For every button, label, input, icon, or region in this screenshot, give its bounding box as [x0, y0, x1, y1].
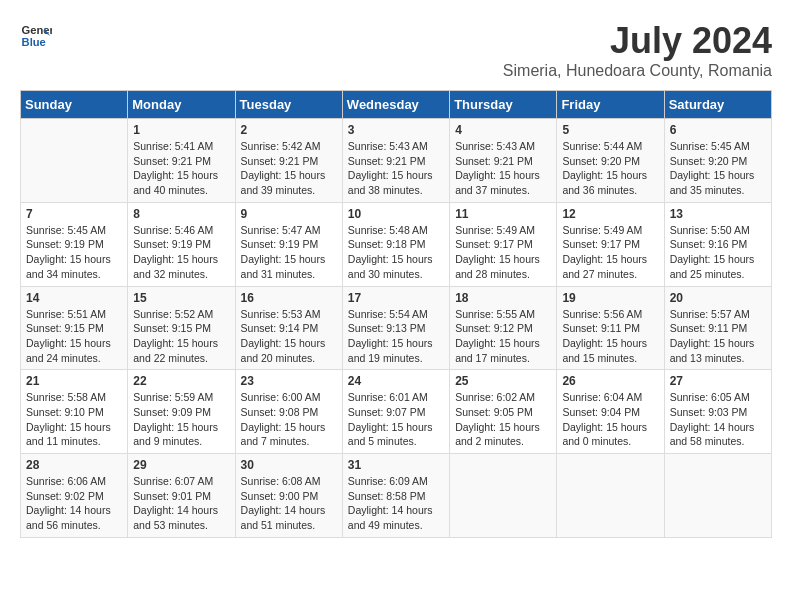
calendar-cell: 23Sunrise: 6:00 AM Sunset: 9:08 PM Dayli…	[235, 370, 342, 454]
calendar-cell: 14Sunrise: 5:51 AM Sunset: 9:15 PM Dayli…	[21, 286, 128, 370]
day-info: Sunrise: 5:49 AM Sunset: 9:17 PM Dayligh…	[562, 223, 658, 282]
day-number: 20	[670, 291, 766, 305]
page-title: July 2024	[503, 20, 772, 62]
calendar-cell	[664, 454, 771, 538]
day-info: Sunrise: 6:00 AM Sunset: 9:08 PM Dayligh…	[241, 390, 337, 449]
calendar-cell: 5Sunrise: 5:44 AM Sunset: 9:20 PM Daylig…	[557, 119, 664, 203]
day-info: Sunrise: 6:07 AM Sunset: 9:01 PM Dayligh…	[133, 474, 229, 533]
day-number: 15	[133, 291, 229, 305]
weekday-header: Wednesday	[342, 91, 449, 119]
day-number: 4	[455, 123, 551, 137]
day-info: Sunrise: 6:09 AM Sunset: 8:58 PM Dayligh…	[348, 474, 444, 533]
day-number: 9	[241, 207, 337, 221]
calendar-cell: 29Sunrise: 6:07 AM Sunset: 9:01 PM Dayli…	[128, 454, 235, 538]
day-number: 19	[562, 291, 658, 305]
calendar-cell: 27Sunrise: 6:05 AM Sunset: 9:03 PM Dayli…	[664, 370, 771, 454]
calendar-cell: 7Sunrise: 5:45 AM Sunset: 9:19 PM Daylig…	[21, 202, 128, 286]
calendar-cell	[557, 454, 664, 538]
calendar-cell	[450, 454, 557, 538]
calendar-cell: 9Sunrise: 5:47 AM Sunset: 9:19 PM Daylig…	[235, 202, 342, 286]
day-info: Sunrise: 5:50 AM Sunset: 9:16 PM Dayligh…	[670, 223, 766, 282]
day-info: Sunrise: 6:06 AM Sunset: 9:02 PM Dayligh…	[26, 474, 122, 533]
day-info: Sunrise: 5:51 AM Sunset: 9:15 PM Dayligh…	[26, 307, 122, 366]
calendar-cell: 21Sunrise: 5:58 AM Sunset: 9:10 PM Dayli…	[21, 370, 128, 454]
day-number: 22	[133, 374, 229, 388]
calendar-cell: 15Sunrise: 5:52 AM Sunset: 9:15 PM Dayli…	[128, 286, 235, 370]
title-block: July 2024 Simeria, Hunedoara County, Rom…	[503, 20, 772, 80]
calendar-week-row: 7Sunrise: 5:45 AM Sunset: 9:19 PM Daylig…	[21, 202, 772, 286]
calendar-cell: 17Sunrise: 5:54 AM Sunset: 9:13 PM Dayli…	[342, 286, 449, 370]
day-info: Sunrise: 5:46 AM Sunset: 9:19 PM Dayligh…	[133, 223, 229, 282]
day-number: 23	[241, 374, 337, 388]
day-info: Sunrise: 6:04 AM Sunset: 9:04 PM Dayligh…	[562, 390, 658, 449]
day-number: 10	[348, 207, 444, 221]
day-number: 28	[26, 458, 122, 472]
day-number: 6	[670, 123, 766, 137]
day-info: Sunrise: 5:54 AM Sunset: 9:13 PM Dayligh…	[348, 307, 444, 366]
calendar-header-row: SundayMondayTuesdayWednesdayThursdayFrid…	[21, 91, 772, 119]
day-info: Sunrise: 5:41 AM Sunset: 9:21 PM Dayligh…	[133, 139, 229, 198]
day-info: Sunrise: 6:05 AM Sunset: 9:03 PM Dayligh…	[670, 390, 766, 449]
calendar-cell: 18Sunrise: 5:55 AM Sunset: 9:12 PM Dayli…	[450, 286, 557, 370]
day-number: 17	[348, 291, 444, 305]
calendar-cell: 1Sunrise: 5:41 AM Sunset: 9:21 PM Daylig…	[128, 119, 235, 203]
day-number: 1	[133, 123, 229, 137]
day-number: 18	[455, 291, 551, 305]
day-number: 12	[562, 207, 658, 221]
day-number: 26	[562, 374, 658, 388]
day-number: 31	[348, 458, 444, 472]
calendar-cell: 31Sunrise: 6:09 AM Sunset: 8:58 PM Dayli…	[342, 454, 449, 538]
calendar-cell: 13Sunrise: 5:50 AM Sunset: 9:16 PM Dayli…	[664, 202, 771, 286]
day-number: 29	[133, 458, 229, 472]
day-number: 2	[241, 123, 337, 137]
day-info: Sunrise: 5:59 AM Sunset: 9:09 PM Dayligh…	[133, 390, 229, 449]
page-header: General Blue July 2024 Simeria, Hunedoar…	[20, 20, 772, 80]
day-info: Sunrise: 5:56 AM Sunset: 9:11 PM Dayligh…	[562, 307, 658, 366]
day-number: 7	[26, 207, 122, 221]
day-info: Sunrise: 5:45 AM Sunset: 9:20 PM Dayligh…	[670, 139, 766, 198]
weekday-header: Tuesday	[235, 91, 342, 119]
day-number: 21	[26, 374, 122, 388]
logo: General Blue	[20, 20, 52, 52]
day-info: Sunrise: 5:47 AM Sunset: 9:19 PM Dayligh…	[241, 223, 337, 282]
calendar-cell: 28Sunrise: 6:06 AM Sunset: 9:02 PM Dayli…	[21, 454, 128, 538]
calendar-cell: 22Sunrise: 5:59 AM Sunset: 9:09 PM Dayli…	[128, 370, 235, 454]
svg-text:General: General	[22, 24, 52, 36]
calendar-cell: 19Sunrise: 5:56 AM Sunset: 9:11 PM Dayli…	[557, 286, 664, 370]
day-number: 5	[562, 123, 658, 137]
calendar-body: 1Sunrise: 5:41 AM Sunset: 9:21 PM Daylig…	[21, 119, 772, 538]
calendar-cell: 3Sunrise: 5:43 AM Sunset: 9:21 PM Daylig…	[342, 119, 449, 203]
day-info: Sunrise: 5:55 AM Sunset: 9:12 PM Dayligh…	[455, 307, 551, 366]
calendar-cell	[21, 119, 128, 203]
weekday-header: Friday	[557, 91, 664, 119]
day-number: 13	[670, 207, 766, 221]
weekday-header: Monday	[128, 91, 235, 119]
calendar-cell: 4Sunrise: 5:43 AM Sunset: 9:21 PM Daylig…	[450, 119, 557, 203]
day-number: 11	[455, 207, 551, 221]
calendar-cell: 12Sunrise: 5:49 AM Sunset: 9:17 PM Dayli…	[557, 202, 664, 286]
calendar-cell: 24Sunrise: 6:01 AM Sunset: 9:07 PM Dayli…	[342, 370, 449, 454]
calendar-week-row: 14Sunrise: 5:51 AM Sunset: 9:15 PM Dayli…	[21, 286, 772, 370]
day-number: 27	[670, 374, 766, 388]
logo-icon: General Blue	[20, 20, 52, 52]
calendar-cell: 26Sunrise: 6:04 AM Sunset: 9:04 PM Dayli…	[557, 370, 664, 454]
day-number: 3	[348, 123, 444, 137]
weekday-header: Thursday	[450, 91, 557, 119]
weekday-header: Sunday	[21, 91, 128, 119]
page-subtitle: Simeria, Hunedoara County, Romania	[503, 62, 772, 80]
day-info: Sunrise: 5:45 AM Sunset: 9:19 PM Dayligh…	[26, 223, 122, 282]
calendar-cell: 8Sunrise: 5:46 AM Sunset: 9:19 PM Daylig…	[128, 202, 235, 286]
calendar-cell: 10Sunrise: 5:48 AM Sunset: 9:18 PM Dayli…	[342, 202, 449, 286]
calendar-week-row: 21Sunrise: 5:58 AM Sunset: 9:10 PM Dayli…	[21, 370, 772, 454]
day-info: Sunrise: 5:49 AM Sunset: 9:17 PM Dayligh…	[455, 223, 551, 282]
day-info: Sunrise: 6:02 AM Sunset: 9:05 PM Dayligh…	[455, 390, 551, 449]
calendar-cell: 20Sunrise: 5:57 AM Sunset: 9:11 PM Dayli…	[664, 286, 771, 370]
day-info: Sunrise: 6:01 AM Sunset: 9:07 PM Dayligh…	[348, 390, 444, 449]
calendar-cell: 25Sunrise: 6:02 AM Sunset: 9:05 PM Dayli…	[450, 370, 557, 454]
calendar-week-row: 28Sunrise: 6:06 AM Sunset: 9:02 PM Dayli…	[21, 454, 772, 538]
calendar-week-row: 1Sunrise: 5:41 AM Sunset: 9:21 PM Daylig…	[21, 119, 772, 203]
day-number: 30	[241, 458, 337, 472]
day-number: 24	[348, 374, 444, 388]
day-number: 14	[26, 291, 122, 305]
day-number: 8	[133, 207, 229, 221]
